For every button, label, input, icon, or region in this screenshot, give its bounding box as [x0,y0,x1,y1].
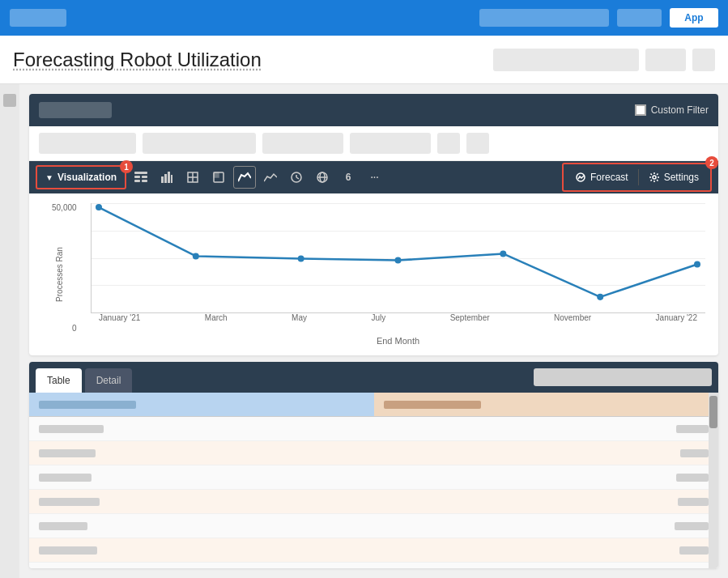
bar-chart-icon-btn[interactable] [155,166,178,189]
table-row [29,514,718,538]
table-cell-right [374,522,719,530]
header-small-btn[interactable] [645,49,686,71]
svg-point-26 [500,250,506,257]
number-icon-btn[interactable]: 6 [337,166,360,189]
svg-point-21 [653,176,656,179]
settings-button[interactable]: Settings [642,166,705,189]
globe-icon-btn[interactable] [311,166,334,189]
svg-point-23 [193,253,199,259]
x-label-jul: July [371,313,385,322]
table-row [29,417,718,441]
x-label-sep: September [450,313,490,322]
svg-point-28 [694,261,700,268]
clock-icon-btn[interactable] [285,166,308,189]
chart-svg [91,203,705,313]
more-icon-btn[interactable]: ··· [363,166,385,189]
filter-text[interactable] [350,133,431,154]
table-row [29,465,718,490]
filter-btn-2[interactable] [466,133,489,154]
card-header: Custom Filter [29,94,718,126]
table-row [29,538,718,563]
svg-rect-13 [214,172,219,177]
svg-rect-8 [171,175,172,183]
visualization-button[interactable]: ▼ Visualization [36,165,126,189]
svg-point-24 [298,255,304,261]
svg-rect-7 [168,172,170,183]
forecast-label: Forecast [590,172,628,183]
table-cell-left [29,522,374,530]
table-cell-right [374,474,719,482]
table-cell-right [374,546,719,555]
table-cell-right [374,498,719,506]
scroll-thumb[interactable] [709,396,717,428]
table-icon-btn[interactable] [130,166,152,189]
svg-rect-3 [134,180,140,182]
table-cell-left [29,474,374,482]
sidebar-toggle-icon [3,94,16,107]
table-cell-left [29,498,374,506]
svg-rect-2 [142,176,147,178]
svg-point-22 [96,204,102,210]
header-icon-btn[interactable] [692,49,715,71]
table-cell-left [29,546,374,555]
tab-table[interactable]: Table [36,368,82,393]
table-row [29,490,718,514]
sidebar-toggle[interactable] [0,84,19,578]
tab-detail[interactable]: Detail [85,368,133,393]
badge-one: 1 [120,160,133,173]
x-label-nov: November [554,313,591,322]
y-label-0: 0 [72,324,77,333]
toolbar-divider [638,169,639,185]
line-chart-icon-btn[interactable] [233,166,256,189]
filter-input[interactable] [262,133,343,154]
table-header-row [29,393,718,417]
nav-active-btn[interactable]: App [670,8,718,28]
y-axis-labels: 50,000 0 [52,203,77,333]
page-header: Forecasting Robot Utilization [0,36,728,84]
svg-line-16 [296,177,299,179]
custom-filter-checkbox[interactable] [635,104,646,116]
table-body [29,417,718,568]
grid-icon-btn[interactable] [181,166,204,189]
custom-filter-area[interactable]: Custom Filter [635,104,709,116]
x-axis-title: End Month [91,336,705,346]
nav-search[interactable] [479,9,609,27]
settings-label: Settings [664,172,699,183]
y-label-50k: 50,000 [52,203,77,212]
header-filter-input[interactable] [493,49,639,71]
x-axis-labels: January '21 March May July September Nov… [91,313,705,333]
tab-table-label: Table [47,375,70,386]
filter-main[interactable] [39,133,136,154]
forecast-button[interactable]: Forecast [568,166,635,189]
chart-inner: 50,000 0 [91,203,705,333]
pivot-icon-btn[interactable] [207,166,230,189]
page-title: Forecasting Robot Utilization [13,49,493,71]
forecast-settings-group: Forecast Settings [562,163,712,192]
filter-select[interactable] [143,133,256,154]
area-chart-icon-btn[interactable] [259,166,282,189]
badge-two: 2 [705,156,718,169]
svg-rect-1 [134,176,140,178]
tab-detail-label: Detail [96,375,121,386]
table-cell-left [29,425,374,433]
scrollbar[interactable] [709,393,718,568]
table-header-left [29,401,374,409]
top-nav: App [0,0,728,36]
bottom-card: Table Detail [29,362,718,568]
main-card: Custom Filter ▼ Visualization [29,94,718,355]
nav-logo [10,9,66,27]
table-area [29,393,718,568]
vis-arrow-icon: ▼ [45,173,53,182]
table-cell-right [374,449,719,457]
layout-body: Custom Filter ▼ Visualization [0,84,728,578]
x-label-jan22: January '22 [656,313,697,322]
x-label-may: May [292,313,307,322]
nav-menu-btn[interactable] [617,9,662,27]
svg-point-27 [597,294,603,300]
table-row [29,563,718,568]
table-header-right [374,393,719,416]
svg-point-25 [395,257,402,263]
bottom-tab-search[interactable] [534,368,712,386]
filter-btn-1[interactable] [437,133,460,154]
table-row [29,441,718,465]
